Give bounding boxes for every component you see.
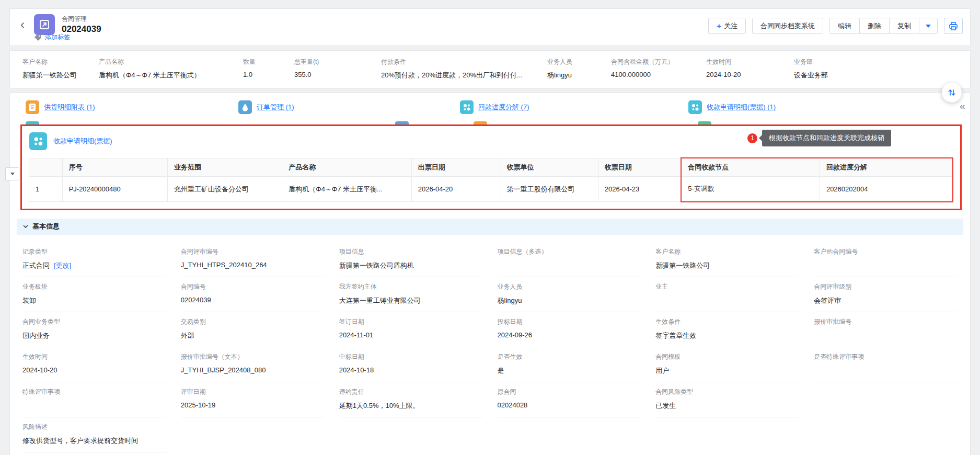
field-value: 外部 xyxy=(181,331,325,340)
field-value: J_TYHI_BJSP_202408_080 xyxy=(181,366,325,374)
section-basic-info[interactable]: 基本信息 xyxy=(17,219,963,235)
back-chevron-icon[interactable]: ‹ xyxy=(18,18,27,31)
column-header[interactable]: 序号 xyxy=(62,158,167,177)
customer-name-link[interactable]: 新疆第一铁路公司 xyxy=(655,261,799,270)
add-tag-link[interactable]: 添加标签 xyxy=(45,33,70,42)
detail-body: 供货明细附表 (1) 订单管理 (1) 回款进度分解 (7) 收款申请明细(票据… xyxy=(9,93,971,455)
field-label: 生效时间 xyxy=(22,352,166,361)
field-value: 2024-10-18 xyxy=(339,366,483,374)
field-value: 20%预付款，20%进度款，20%出厂和到付付... xyxy=(381,71,534,80)
info-field: 是否特殊评审事项 xyxy=(814,347,958,382)
receipt-unit-cell: 第一重工股份有限公司 xyxy=(500,177,598,202)
column-header[interactable]: 产品名称 xyxy=(282,158,411,177)
field-label: 业务人员 xyxy=(547,58,597,66)
review-no-link[interactable]: J_TYHI_HTPS_202410_264 xyxy=(181,261,325,269)
field-value: 2024-09-26 xyxy=(498,331,641,339)
field-label: 我方签约主体 xyxy=(339,282,483,291)
receipt-date-cell: 2026-04-23 xyxy=(598,177,681,202)
info-field: 生效条件签字盖章生效 xyxy=(655,312,799,347)
info-field: 风险描述修改供货型号，客户要求提前交货时间 xyxy=(22,417,166,452)
info-field-empty xyxy=(814,417,958,452)
customer-name-link[interactable]: 新疆第一铁路公司 xyxy=(22,71,85,80)
column-header[interactable]: 收票日期 xyxy=(598,158,681,177)
original-contract-link[interactable]: 02024028 xyxy=(498,401,641,410)
progress-breakdown-link[interactable]: 20260202004 xyxy=(820,177,953,202)
field-value: 大连第一重工铸业有限公司 xyxy=(339,296,483,305)
info-field: 原合同02024028 xyxy=(498,382,641,417)
info-field: 我方签约主体大连第一重工铸业有限公司 xyxy=(339,277,483,312)
field-label: 业务部 xyxy=(794,58,944,66)
tab-receipt-detail[interactable]: 收款申请明细(票据) (1) xyxy=(688,100,776,114)
column-header[interactable]: 业务范围 xyxy=(168,158,282,177)
field-label: 是否生效 xyxy=(498,352,641,361)
field-value xyxy=(814,366,958,374)
more-actions-button[interactable] xyxy=(919,18,938,34)
column-header-payment-node[interactable]: 合同收款节点 xyxy=(681,158,820,177)
field-label: 合同评审编号 xyxy=(181,247,325,256)
info-field: 项目信息（多选） xyxy=(498,242,641,277)
delete-button[interactable]: 删除 xyxy=(859,18,889,34)
sync-archive-button[interactable]: 合同同步档案系统 xyxy=(752,18,823,34)
column-header[interactable]: 出票日期 xyxy=(411,158,500,177)
product-cell: 盾构机（Φ4～Φ7 米土压平衡... xyxy=(282,177,411,202)
info-field: 生效时间2024-10-20 xyxy=(22,347,166,382)
field-label: 业务板块 xyxy=(22,282,166,291)
field-value: 会签评审 xyxy=(814,296,958,305)
field-label: 产品名称 xyxy=(99,58,229,66)
chevron-down-icon xyxy=(23,225,28,228)
tab-supply-detail[interactable]: 供货明细附表 (1) xyxy=(26,100,95,114)
info-field-empty xyxy=(814,382,958,417)
info-field-empty xyxy=(339,417,483,452)
field-value: 2025-10-19 xyxy=(181,401,325,410)
column-header-progress-breakdown[interactable]: 回款进度分解 xyxy=(820,158,953,177)
edit-button[interactable]: 编辑 xyxy=(829,18,859,34)
business-scope-link[interactable]: 兖州重工矿山设备分公司 xyxy=(168,177,282,202)
info-field: 合同模板用户 xyxy=(655,347,799,382)
field-value: 修改供货型号，客户要求提前交货时间 xyxy=(22,436,166,446)
record-header: ‹ 合同管理 02024039 添加标签 + 关注 合同同步档案系统 编辑 删除… xyxy=(9,8,971,46)
printer-icon xyxy=(949,21,958,31)
panel-title: 收款申请明细(票据) xyxy=(53,136,112,146)
field-value xyxy=(814,261,958,269)
field-label: 合同编号 xyxy=(181,282,325,291)
column-header[interactable]: 收票单位 xyxy=(500,158,598,177)
field-value: 延期1天0.5%，10%上限。 xyxy=(339,401,483,411)
swap-arrows-icon xyxy=(947,88,956,97)
row-index: 1 xyxy=(29,177,63,202)
annotation: 1 根据收款节点和回款进度关联完成核销 xyxy=(747,130,891,146)
issue-date-cell: 2026-04-20 xyxy=(411,177,500,202)
receipt-detail-panel: 1 根据收款节点和回款进度关联完成核销 收款申请明细(票据) 序号 业务范围 产… xyxy=(20,124,962,210)
project-info-link[interactable]: 新疆第一铁路公司盾构机 xyxy=(339,261,483,270)
field-label: 签订日期 xyxy=(339,317,483,326)
info-field-empty xyxy=(181,417,325,452)
field-value: 是 xyxy=(498,366,641,376)
follow-button[interactable]: + 关注 xyxy=(708,18,746,34)
copy-button[interactable]: 复制 xyxy=(889,18,919,34)
field-value: 正式合同 xyxy=(22,261,50,269)
summary-bar: 客户名称新疆第一铁路公司 产品名称盾构机（Φ4～Φ7 米土压平衡式） 数量1.0… xyxy=(9,50,971,88)
cluster-icon xyxy=(460,100,474,114)
owner-link[interactable]: 杨lingyu xyxy=(498,296,641,305)
tag-icon xyxy=(34,34,41,41)
print-button[interactable] xyxy=(944,18,963,34)
change-record-type-link[interactable]: [更改] xyxy=(54,261,71,269)
info-field: 合同评审编号J_TYHI_HTPS_202410_264 xyxy=(181,242,325,277)
field-value: 355.0 xyxy=(294,71,367,78)
field-label: 生效时间 xyxy=(706,58,780,66)
info-field: 业务板块装卸 xyxy=(22,277,166,312)
field-value: 2024-10-20 xyxy=(706,71,780,78)
field-value: 2024-11-01 xyxy=(339,331,483,339)
tab-payment-progress[interactable]: 回款进度分解 (7) xyxy=(460,100,529,114)
owner-link[interactable]: 杨lingyu xyxy=(547,71,597,80)
info-field: 记录类型正式合同[更改] xyxy=(22,242,166,277)
tab-order-management[interactable]: 订单管理 (1) xyxy=(238,100,294,114)
info-field: 交易类别外部 xyxy=(181,312,325,347)
info-field: 报价审批编号 xyxy=(814,312,958,347)
field-label: 是否特殊评审事项 xyxy=(814,352,958,361)
collapse-panel-icon[interactable]: « xyxy=(960,100,965,112)
refresh-switch-button[interactable] xyxy=(942,83,962,103)
expand-row-dropdown[interactable] xyxy=(5,167,19,180)
annotation-badge: 1 xyxy=(747,133,757,143)
serial-link[interactable]: PJ-20240000480 xyxy=(62,177,167,202)
field-label: 合同业务类型 xyxy=(22,317,166,326)
